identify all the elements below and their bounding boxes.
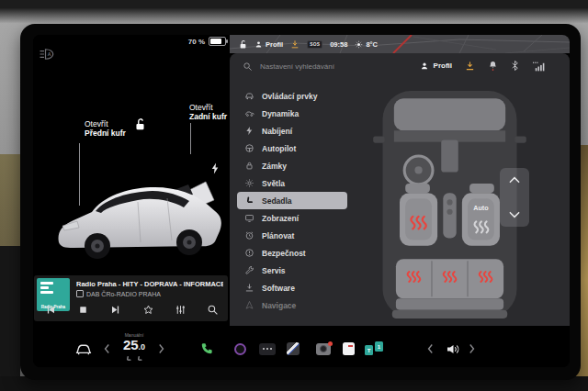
more-apps-button[interactable] — [256, 330, 278, 367]
volume-up-chevron[interactable] — [469, 343, 476, 354]
car-controls-button[interactable] — [72, 330, 96, 367]
vehicle-status-panel: A 70 % Otevřít Přední kufr Otevřít Zadní… — [33, 35, 230, 330]
lightning-icon — [244, 126, 254, 136]
diagonal-app-button[interactable] — [283, 330, 303, 367]
windshield — [394, 98, 505, 130]
phone-app-button[interactable] — [195, 330, 219, 367]
profile-label: Profil — [266, 40, 283, 49]
media-subtitle-row: DAB ČRo-RADIO PRAHA — [76, 290, 161, 297]
menu-label: Světla — [262, 179, 285, 188]
screen-bezel: A 70 % Otevřít Přední kufr Otevřít Zadní… — [20, 24, 581, 380]
t1-app-button[interactable]: T 1 — [362, 330, 388, 367]
menu-item-ovladaci-prvky[interactable]: Ovládací prvky — [237, 87, 347, 105]
alert-circle-icon — [244, 248, 254, 258]
rear-trunk-label: Zadní kufr — [189, 112, 227, 121]
menu-label: Bezpečnost — [262, 249, 306, 258]
menu-item-software[interactable]: Software — [237, 279, 347, 296]
calendar-app-button[interactable] — [338, 330, 358, 367]
menu-item-planovat[interactable]: Plánovat — [237, 227, 347, 244]
download-arrow-icon[interactable] — [465, 61, 475, 72]
climate-temperature: 25 — [123, 337, 139, 352]
t1-tiles-app-icon: T 1 — [365, 341, 385, 356]
chevron-down-icon[interactable] — [508, 210, 521, 219]
settings-menu: Ovládací prvky Dynamika Nabíjení — [237, 87, 347, 314]
dashcam-button[interactable] — [312, 330, 334, 367]
download-arrow-icon[interactable] — [290, 39, 300, 50]
menu-item-sedadla[interactable]: Sedadla — [237, 192, 347, 209]
unlock-icon[interactable] — [239, 39, 247, 50]
menu-item-zamky[interactable]: Zámky — [237, 157, 347, 174]
ring-app-button[interactable] — [230, 330, 250, 367]
menu-label: Plánovat — [262, 231, 294, 240]
auto-headlight-icon: A — [39, 48, 55, 61]
seat-heater-left-icon[interactable] — [125, 355, 132, 363]
settings-panel: Nastavení vyhledávání Profil — [230, 53, 570, 326]
signal-bars-icon — [532, 61, 546, 72]
menu-label: Navigace — [262, 301, 296, 310]
menu-item-servis[interactable]: Servis — [237, 262, 347, 279]
wrench-icon — [244, 265, 254, 275]
media-player[interactable]: Radio Praha Radio Praha - HITY - DOPRAVA… — [34, 275, 228, 321]
menu-item-dynamika[interactable]: Dynamika — [237, 105, 347, 122]
chevron-up-icon[interactable] — [508, 175, 521, 184]
previous-track-icon[interactable] — [45, 304, 57, 316]
rear-trunk-button[interactable]: Otevřít Zadní kufr — [189, 103, 227, 121]
lock-open-icon[interactable] — [134, 117, 146, 131]
search-icon[interactable] — [207, 304, 219, 316]
media-subtitle: DAB ČRo-RADIO PRAHA — [86, 291, 161, 297]
dashcam-icon — [316, 343, 331, 355]
profile-label[interactable]: Profil — [434, 61, 452, 70]
t1-tile-right: 1 — [375, 341, 383, 352]
seat-view-scroll-control — [500, 168, 529, 227]
menu-label: Zámky — [262, 162, 287, 171]
next-track-icon[interactable] — [109, 304, 121, 316]
rear-trunk-action: Otevřít — [189, 103, 227, 112]
bell-icon[interactable] — [488, 60, 498, 72]
lock-icon — [244, 161, 254, 171]
light-sun-icon — [244, 178, 254, 188]
front-trunk-button[interactable]: Otevřít Přední kufr — [85, 119, 126, 138]
menu-item-bezpecnost[interactable]: Bezpečnost — [237, 244, 347, 262]
volume-down-chevron[interactable] — [426, 343, 434, 354]
ring-app-icon — [234, 343, 246, 355]
equalizer-icon[interactable] — [175, 304, 187, 316]
diagonal-app-icon — [287, 342, 300, 355]
menu-label: Software — [262, 284, 295, 293]
favorite-star-icon[interactable] — [142, 304, 154, 316]
climate-temp-up-chevron[interactable] — [158, 343, 165, 354]
search-placeholder: Nastavení vyhledávání — [260, 62, 334, 71]
calendar-app-icon — [343, 342, 355, 355]
t1-tile-left: T — [365, 345, 373, 355]
weather-status: 8°C — [355, 40, 378, 49]
steering-wheel-icon — [244, 143, 254, 153]
settings-search[interactable]: Nastavení vyhledávání — [243, 61, 334, 72]
display-icon — [244, 213, 254, 223]
radio-source-icon — [76, 290, 84, 297]
menu-item-navigace[interactable]: Navigace — [237, 296, 347, 314]
volume-button[interactable] — [441, 330, 465, 367]
passenger-auto-label: Auto — [473, 204, 489, 212]
menu-item-zobrazeni[interactable]: Zobrazení — [237, 209, 347, 227]
navigation-arrow-icon — [244, 300, 254, 310]
seat-heater-right-icon[interactable] — [136, 355, 143, 363]
menu-label: Dynamika — [262, 109, 299, 118]
media-controls — [45, 301, 219, 318]
car-side-icon — [244, 108, 254, 118]
profile-icon — [254, 40, 263, 49]
menu-item-svetla[interactable]: Světla — [237, 174, 347, 192]
climate-temp-down-chevron[interactable] — [103, 343, 110, 354]
svg-text:A: A — [48, 51, 51, 57]
menu-item-nabijeni[interactable]: Nabíjení — [237, 122, 347, 140]
bluetooth-icon[interactable] — [511, 60, 519, 72]
map-background: Profil SOS 09:58 8°C — [230, 35, 570, 53]
profile-icon[interactable] — [420, 61, 429, 71]
stop-icon[interactable] — [77, 304, 89, 316]
climate-temperature-decimal: .0 — [139, 342, 146, 352]
battery-icon — [209, 37, 226, 46]
battery-percent: 70 % — [188, 38, 205, 46]
profile-status[interactable]: Profil — [254, 40, 283, 49]
menu-label: Ovládací prvky — [262, 92, 317, 101]
menu-item-autopilot[interactable]: Autopilot — [237, 140, 347, 157]
media-title: Radio Praha - HITY - DOPRAVA - INFORMACE — [76, 280, 223, 288]
charge-port-lightning-icon[interactable] — [210, 162, 220, 174]
